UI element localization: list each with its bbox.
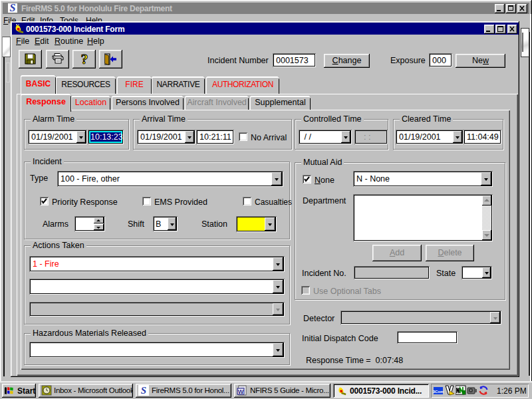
svg-text:3Com: 3Com bbox=[433, 390, 444, 394]
svg-text:S: S bbox=[141, 385, 146, 396]
svg-text:?: ? bbox=[80, 51, 88, 67]
svg-text:W: W bbox=[238, 388, 244, 395]
svg-text:S: S bbox=[10, 3, 16, 13]
